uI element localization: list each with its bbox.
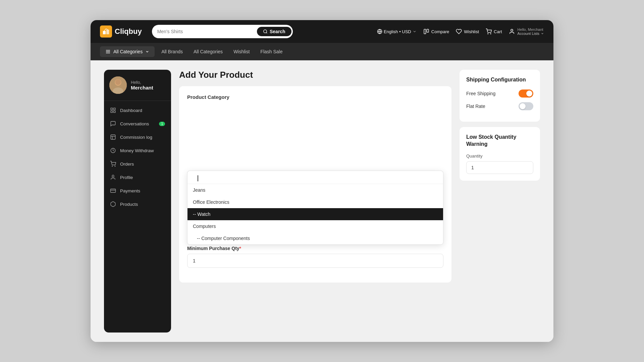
- sidebar-item-orders[interactable]: Orders: [104, 157, 171, 171]
- cart-label: Cart: [494, 29, 502, 34]
- products-label: Products: [120, 202, 138, 207]
- dashboard-label: Dashboard: [120, 108, 142, 113]
- dropdown-search-area: [187, 171, 443, 184]
- search-input[interactable]: [152, 29, 256, 34]
- flat-rate-knob: [520, 103, 526, 109]
- category-label: Product Category: [187, 94, 229, 100]
- flat-rate-label: Flat Rate: [466, 104, 485, 109]
- svg-rect-4: [424, 29, 426, 34]
- svg-rect-1: [106, 30, 109, 35]
- search-bar: Search: [152, 25, 293, 38]
- sidebar-item-payments[interactable]: Payments: [104, 184, 171, 197]
- nav-all-categories[interactable]: All Categories: [194, 49, 223, 54]
- wishlist-button[interactable]: Wishlist: [456, 28, 479, 35]
- product-form-area: Add Your Product Product Category: [179, 70, 451, 333]
- nav-wishlist[interactable]: Wishlist: [233, 49, 250, 54]
- svg-point-15: [115, 79, 121, 85]
- sidebar-user-text: Hello, Merchant: [131, 80, 153, 90]
- browser-window: Cliqbuy Search English: [91, 20, 553, 342]
- language-text: English • USD: [384, 29, 411, 34]
- search-label: Search: [270, 29, 285, 34]
- qty-label: Quantity: [466, 154, 533, 159]
- sidebar-item-money-withdraw[interactable]: Money Withdraw: [104, 144, 171, 157]
- svg-point-2: [264, 30, 267, 33]
- dropdown-option-office-electronics[interactable]: Office Electronics: [187, 196, 443, 208]
- min-qty-field: Minimum Purchase Qty*: [187, 246, 443, 268]
- payments-label: Payments: [120, 188, 140, 193]
- header-actions: English • USD Compare: [377, 27, 544, 36]
- search-button[interactable]: Search: [256, 26, 292, 37]
- cart-button[interactable]: Cart: [486, 28, 502, 35]
- sidebar-navigation: Dashboard Conversations 1: [104, 101, 171, 214]
- main-content: Hello, Merchant Dashboard: [91, 60, 553, 342]
- cursor: [198, 175, 198, 181]
- main-navbar: All Categories All Brands All Categories…: [91, 43, 553, 60]
- low-stock-title: Low Stock Quantity Warning: [466, 134, 533, 148]
- dropdown-option-computer-components[interactable]: -- Computer Components: [187, 232, 443, 244]
- low-stock-card: Low Stock Quantity Warning Quantity: [460, 127, 540, 181]
- language-selector[interactable]: English • USD: [377, 29, 417, 34]
- svg-rect-5: [427, 29, 428, 32]
- svg-point-25: [115, 166, 115, 167]
- wishlist-label: Wishlist: [464, 29, 479, 34]
- svg-rect-20: [111, 135, 115, 139]
- sidebar-item-profile[interactable]: Profile: [104, 171, 171, 184]
- sidebar-user-info: Hello, Merchant: [104, 70, 171, 101]
- page-wrapper: Cliqbuy Search English: [0, 0, 644, 362]
- sidebar-hello: Hello,: [131, 80, 153, 85]
- free-shipping-knob: [526, 90, 532, 97]
- svg-point-6: [488, 34, 488, 34]
- nav-all-brands[interactable]: All Brands: [161, 49, 183, 54]
- min-qty-label: Minimum Purchase Qty*: [187, 246, 443, 251]
- logo-icon: [100, 25, 112, 38]
- svg-rect-18: [111, 111, 112, 113]
- qty-input[interactable]: [466, 161, 533, 174]
- min-qty-input[interactable]: [187, 254, 443, 268]
- user-section[interactable]: Hello, Merchant Account Lists: [509, 27, 544, 36]
- free-shipping-label: Free Shipping: [466, 91, 495, 96]
- dropdown-option-watch[interactable]: -- Watch: [187, 208, 443, 220]
- compare-button[interactable]: Compare: [423, 28, 449, 35]
- svg-point-8: [511, 29, 513, 31]
- svg-point-24: [112, 166, 113, 167]
- account-label: Account Lists: [518, 32, 539, 36]
- svg-rect-16: [111, 108, 112, 110]
- nav-flash-sale[interactable]: Flash Sale: [260, 49, 282, 54]
- dropdown-option-jeans[interactable]: Jeans: [187, 184, 443, 196]
- user-info: Hello, Merchant Account Lists: [518, 27, 544, 36]
- conversations-label: Conversations: [120, 121, 149, 126]
- svg-point-26: [112, 175, 114, 177]
- sidebar-item-commission[interactable]: Commission log: [104, 130, 171, 144]
- compare-label: Compare: [431, 29, 449, 34]
- shipping-config-card: Shipping Configuration Free Shipping Fla…: [460, 70, 540, 122]
- category-dropdown-open: Jeans Office Electronics -- Watch Comput…: [187, 171, 443, 245]
- dropdown-list[interactable]: Jeans Office Electronics -- Watch Comput…: [187, 184, 443, 244]
- category-dropdown-wrapper: Jeans Office Electronics -- Watch Comput…: [187, 171, 443, 185]
- sidebar: Hello, Merchant Dashboard: [104, 70, 171, 333]
- svg-rect-0: [103, 31, 106, 34]
- flat-rate-toggle[interactable]: [519, 102, 533, 110]
- logo-text: Cliqbuy: [115, 27, 142, 36]
- orders-label: Orders: [120, 162, 134, 167]
- logo[interactable]: Cliqbuy: [100, 25, 142, 38]
- flat-rate-row: Flat Rate: [466, 102, 533, 110]
- svg-rect-19: [114, 111, 115, 113]
- conversations-badge: 1: [159, 122, 165, 126]
- dropdown-search-input[interactable]: [192, 175, 438, 180]
- free-shipping-toggle[interactable]: [519, 89, 533, 98]
- product-form-card: Product Category Jeans: [179, 86, 451, 283]
- site-header: Cliqbuy Search English: [91, 20, 553, 43]
- category-field: Product Category Jeans: [187, 94, 443, 268]
- svg-rect-17: [114, 108, 115, 110]
- user-greeting: Hello, Merchant: [518, 27, 544, 32]
- sidebar-item-products[interactable]: Products: [104, 197, 171, 211]
- money-withdraw-label: Money Withdraw: [120, 148, 154, 153]
- commission-label: Commission log: [120, 135, 152, 140]
- all-categories-button[interactable]: All Categories: [100, 46, 155, 57]
- sidebar-item-dashboard[interactable]: Dashboard: [104, 104, 171, 117]
- sidebar-name: Merchant: [131, 85, 153, 90]
- sidebar-item-conversations[interactable]: Conversations 1: [104, 117, 171, 130]
- profile-label: Profile: [120, 175, 133, 180]
- dropdown-option-computers[interactable]: Computers: [187, 220, 443, 232]
- page-title: Add Your Product: [179, 70, 451, 80]
